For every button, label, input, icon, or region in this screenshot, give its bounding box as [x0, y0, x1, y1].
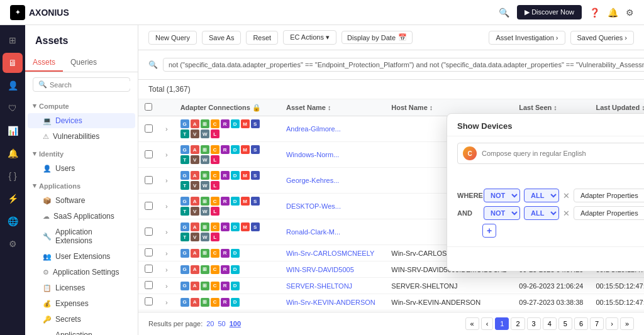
sidebar-icon-grid[interactable]: ⊞: [3, 30, 23, 50]
adapter-icon: D: [231, 119, 240, 128]
asset-name-link[interactable]: WIN-SRV-DAVID5005: [286, 266, 354, 273]
page-1[interactable]: 1: [495, 317, 509, 330]
row-expand-8[interactable]: ›: [165, 299, 168, 306]
asset-name-link[interactable]: SERVER-SHELTONJ: [286, 282, 352, 290]
sidebar-icon-shield[interactable]: 🛡: [3, 98, 23, 118]
adapter-icon: A: [191, 249, 199, 258]
rpp-label: Results per page:: [148, 320, 203, 327]
sidebar-icon-chart[interactable]: 📊: [3, 121, 23, 141]
nav-item-vulnerabilities[interactable]: ⚠ Vulnerabilities: [28, 129, 135, 144]
new-query-button[interactable]: New Query: [148, 31, 197, 45]
nav-item-app-resources[interactable]: 📁 Application Resources: [28, 327, 135, 335]
row-expand-0[interactable]: ›: [165, 125, 168, 133]
page-last[interactable]: »: [620, 317, 634, 330]
row-checkbox-6[interactable]: [145, 265, 153, 273]
asset-name-link[interactable]: Ronald-Clark-M...: [286, 228, 340, 236]
and-not-select[interactable]: NOT: [484, 206, 520, 220]
asset-name-link[interactable]: Win-Srv-KEVIN-ANDERSON: [286, 299, 375, 306]
query-input-wrap[interactable]: not ("specific_data.data.adapter_propert…: [163, 58, 644, 72]
sidebar-icon-globe[interactable]: 🌐: [3, 211, 23, 231]
sidebar-icon-code[interactable]: { }: [3, 166, 23, 186]
col-asset-name[interactable]: Asset Name ↕: [280, 99, 385, 116]
and-field-select[interactable]: Adapter Properties: [574, 206, 644, 220]
popup-title: Show Devices: [457, 121, 512, 131]
page-next[interactable]: ›: [606, 317, 618, 330]
nav-item-licenses[interactable]: 📋 Licenses: [28, 280, 135, 295]
bell-icon[interactable]: 🔔: [608, 8, 618, 18]
settings-icon[interactable]: ⚙: [626, 8, 634, 18]
nav-item-software[interactable]: 📦 Software: [28, 193, 135, 208]
asset-investigation-button[interactable]: Asset Investigation ›: [489, 31, 565, 45]
page-prev[interactable]: ‹: [481, 317, 494, 330]
row-checkbox-8[interactable]: [145, 297, 153, 305]
row-checkbox-4[interactable]: [145, 228, 153, 236]
asset-name-link[interactable]: Windows-Norm...: [286, 151, 339, 158]
row-checkbox-5[interactable]: [145, 248, 153, 256]
row-checkbox-3[interactable]: [145, 202, 153, 210]
row-checkbox-1[interactable]: [145, 150, 153, 158]
nav-item-users[interactable]: 👤 Users: [28, 161, 135, 176]
select-all-checkbox[interactable]: [145, 103, 152, 111]
rpp-50[interactable]: 50: [218, 320, 225, 327]
section-identity[interactable]: ▾ Identity: [25, 145, 138, 160]
nav-item-saas[interactable]: ☁ SaaS Applications: [28, 209, 135, 224]
question-icon[interactable]: ❓: [589, 8, 600, 18]
adapter-icon: G: [180, 298, 189, 307]
tab-queries[interactable]: Queries: [63, 54, 104, 72]
page-first[interactable]: «: [465, 317, 479, 330]
display-by-date[interactable]: Display by Date 📅: [341, 31, 413, 44]
and-all-select[interactable]: ALL: [524, 206, 559, 220]
asset-name-link[interactable]: George-Kehres...: [286, 177, 339, 184]
row-expand-1[interactable]: ›: [165, 151, 168, 158]
tab-assets[interactable]: Assets: [25, 54, 63, 72]
page-7[interactable]: 7: [590, 317, 604, 330]
row-expand-4[interactable]: ›: [165, 228, 168, 236]
nav-search-input[interactable]: [50, 81, 136, 89]
rpp-20[interactable]: 20: [206, 320, 214, 327]
discover-now-button[interactable]: ▶ Discover Now: [517, 5, 582, 19]
reset-button[interactable]: Reset: [246, 31, 278, 45]
search-icon[interactable]: 🔍: [499, 8, 509, 18]
row-checkbox-0[interactable]: [145, 124, 153, 133]
nav-item-devices[interactable]: 💻 Devices: [28, 113, 135, 128]
row-expand-5[interactable]: ›: [165, 250, 168, 257]
nav-item-secrets[interactable]: 🔑 Secrets: [28, 312, 135, 327]
saved-queries-button[interactable]: Saved Queries ›: [570, 31, 634, 45]
nav-item-app-extensions[interactable]: 🔧 Application Extensions: [28, 224, 135, 248]
add-filter-button[interactable]: +: [482, 224, 496, 238]
sidebar-icon-assets[interactable]: 🖥: [3, 53, 23, 73]
row-expand-6[interactable]: ›: [165, 266, 168, 273]
asset-name-link[interactable]: DESKTOP-Wes...: [286, 202, 341, 210]
sidebar-icon-settings[interactable]: ⚙: [3, 234, 23, 254]
where-field-select[interactable]: Adapter Properties: [574, 189, 644, 202]
nav-item-user-extensions[interactable]: 👥 User Extensions: [28, 249, 135, 264]
adapter-icon: C: [211, 298, 219, 307]
sidebar-icon-lightning[interactable]: ⚡: [3, 189, 23, 209]
section-applications[interactable]: ▾ Applications: [25, 177, 138, 192]
rpp-100[interactable]: 100: [230, 320, 241, 327]
page-5[interactable]: 5: [558, 317, 572, 330]
row-checkbox-2[interactable]: [145, 176, 153, 184]
section-compute[interactable]: ▾ Compute: [25, 97, 138, 113]
ec-actions-button[interactable]: EC Actions ▾: [283, 30, 336, 45]
where-all-select[interactable]: ALL: [524, 189, 559, 202]
nav-search-box[interactable]: 🔍: [33, 77, 130, 92]
page-3[interactable]: 3: [527, 317, 541, 330]
asset-name-link[interactable]: Andrea-Gilmore...: [286, 125, 341, 133]
page-4[interactable]: 4: [543, 317, 557, 330]
row-expand-3[interactable]: ›: [165, 202, 168, 210]
row-expand-7[interactable]: ›: [165, 282, 168, 290]
cell-asset-name: Win-Srv-CARLOSMCNEELY: [280, 245, 385, 261]
nav-item-expenses[interactable]: 💰 Expenses: [28, 296, 135, 311]
compose-input[interactable]: [482, 150, 644, 157]
save-as-button[interactable]: Save As: [202, 31, 241, 45]
asset-name-link[interactable]: Win-Srv-CARLOSMCNEELY: [286, 250, 374, 257]
nav-item-app-settings[interactable]: ⚙ Application Settings: [28, 265, 135, 280]
sidebar-icon-user[interactable]: 👤: [3, 75, 23, 96]
page-2[interactable]: 2: [511, 317, 525, 330]
row-expand-2[interactable]: ›: [165, 177, 168, 184]
page-6[interactable]: 6: [574, 317, 588, 330]
where-not-select[interactable]: NOT: [484, 189, 520, 202]
sidebar-icon-bell[interactable]: 🔔: [3, 143, 23, 163]
row-checkbox-7[interactable]: [145, 281, 153, 289]
